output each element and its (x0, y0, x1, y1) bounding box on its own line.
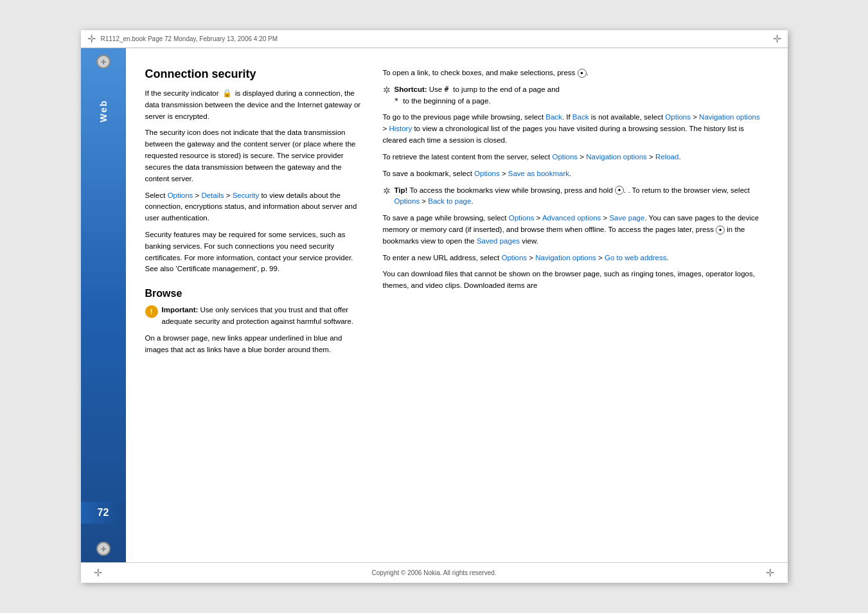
para4: Security features may be required for so… (145, 229, 364, 275)
save-page-link[interactable]: Save page (609, 214, 644, 222)
shortcut-text: Shortcut: Use # to jump to the end of a … (394, 84, 560, 107)
right-para7: You can download files that cannot be sh… (383, 269, 762, 292)
go-to-web-link[interactable]: Go to web address (605, 254, 667, 262)
right-para5: To save a page while browsing, select Op… (383, 213, 762, 247)
para2: The security icon does not indicate that… (145, 127, 364, 184)
para3: Select Options > Details > Security to v… (145, 190, 364, 224)
tip-text: Tip! To access the bookmarks view while … (394, 185, 762, 208)
options-link4[interactable]: Options (474, 170, 500, 177)
history-link[interactable]: History (389, 125, 412, 132)
back-link1[interactable]: Back (545, 113, 562, 121)
left-sidebar: ✛ Web 72 ✛ (81, 48, 126, 562)
file-info: R1112_en.book Page 72 Monday, February 1… (101, 35, 278, 42)
back-link2[interactable]: Back (572, 113, 589, 121)
sidebar-web-label: Web (98, 100, 109, 122)
right-para6: To enter a new URL address, select Optio… (383, 253, 762, 264)
nav-options-link2[interactable]: Navigation options (586, 153, 647, 161)
options-link7[interactable]: Options (501, 254, 527, 262)
right-column: To open a link, to check boxes, and make… (383, 67, 762, 549)
tip-snowflake-icon: ✲ (383, 186, 391, 196)
nav-options-link3[interactable]: Navigation options (535, 254, 596, 262)
save-bookmark-link[interactable]: Save as bookmark (508, 170, 569, 177)
tip-box: ✲ Tip! To access the bookmarks view whil… (383, 185, 762, 208)
section1-title: Connection security (145, 67, 364, 81)
crosshair-tl-icon: ✛ (87, 33, 96, 45)
select-circle-icon: ● (578, 69, 587, 78)
right-para4: To save a bookmark, select Options > Sav… (383, 168, 762, 180)
page-content: ✛ Web 72 ✛ Connection security If the se… (81, 48, 788, 562)
options-link3[interactable]: Options (552, 153, 578, 161)
right-para2: To go to the previous page while browsin… (383, 112, 762, 146)
para1: If the security indicator 🔒 is displayed… (145, 87, 364, 122)
page-footer: ✛ Copyright © 2006 Nokia. All rights res… (81, 562, 788, 583)
corner-circle-bottom: ✛ (96, 542, 111, 556)
details-link[interactable]: Details (201, 191, 224, 199)
important-box: ! Important: Use only services that you … (145, 305, 364, 328)
important-text: Important: Use only services that you tr… (162, 305, 364, 328)
options-link2[interactable]: Options (665, 113, 691, 121)
crosshair-tr-icon: ✛ (773, 33, 781, 45)
left-column: Connection security If the security indi… (145, 67, 364, 549)
nav-circle-icon: ● (716, 226, 725, 235)
right-para1: To open a link, to check boxes, and make… (383, 67, 762, 79)
security-link[interactable]: Security (233, 191, 260, 199)
important-icon: ! (145, 305, 158, 318)
para5: On a browser page, new links appear unde… (145, 333, 364, 356)
saved-pages-link[interactable]: Saved pages (477, 237, 520, 245)
crosshair-bl-icon: ✛ (94, 567, 102, 579)
hold-circle-icon: ● (615, 186, 624, 195)
copyright: Copyright © 2006 Nokia. All rights reser… (371, 569, 496, 576)
options-link5[interactable]: Options (394, 197, 420, 205)
options-link1[interactable]: Options (168, 191, 193, 199)
back-to-page-link[interactable]: Back to page (428, 197, 471, 205)
reload-link[interactable]: Reload (655, 153, 678, 161)
shortcut-row: ✲ Shortcut: Use # to jump to the end of … (383, 84, 762, 107)
shortcut-snowflake-icon: ✲ (383, 85, 391, 95)
advanced-options-link[interactable]: Advanced options (542, 214, 601, 222)
right-para3: To retrieve the latest content from the … (383, 152, 762, 163)
nav-options-link1[interactable]: Navigation options (699, 113, 760, 121)
options-link6[interactable]: Options (509, 214, 535, 222)
crosshair-br-icon: ✛ (766, 567, 774, 579)
page-header-bar: ✛ R1112_en.book Page 72 Monday, February… (81, 30, 788, 48)
page-outer: ✛ R1112_en.book Page 72 Monday, February… (81, 30, 788, 583)
page-number-box: 72 (81, 502, 126, 524)
corner-circle-top: ✛ (96, 55, 111, 69)
section2-title: Browse (145, 288, 364, 299)
main-content: Connection security If the security indi… (126, 48, 788, 562)
lock-icon: 🔒 (222, 89, 232, 98)
